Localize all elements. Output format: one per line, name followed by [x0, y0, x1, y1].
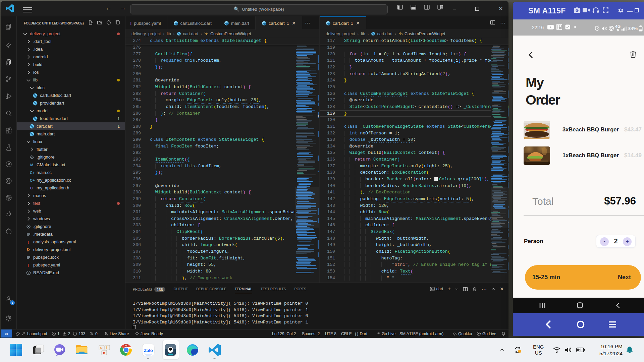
- svg-text:C+: C+: [30, 171, 35, 175]
- svg-text:C: C: [30, 186, 33, 190]
- svg-text:!: !: [28, 263, 29, 267]
- svg-text:i: i: [106, 346, 107, 350]
- svg-text:M: M: [30, 163, 33, 167]
- svg-text:Zalo: Zalo: [144, 348, 153, 353]
- svg-text:C+: C+: [30, 178, 35, 182]
- svg-text:u: u: [100, 346, 103, 350]
- svg-text:n: n: [103, 351, 105, 355]
- svg-text:!: !: [28, 240, 29, 244]
